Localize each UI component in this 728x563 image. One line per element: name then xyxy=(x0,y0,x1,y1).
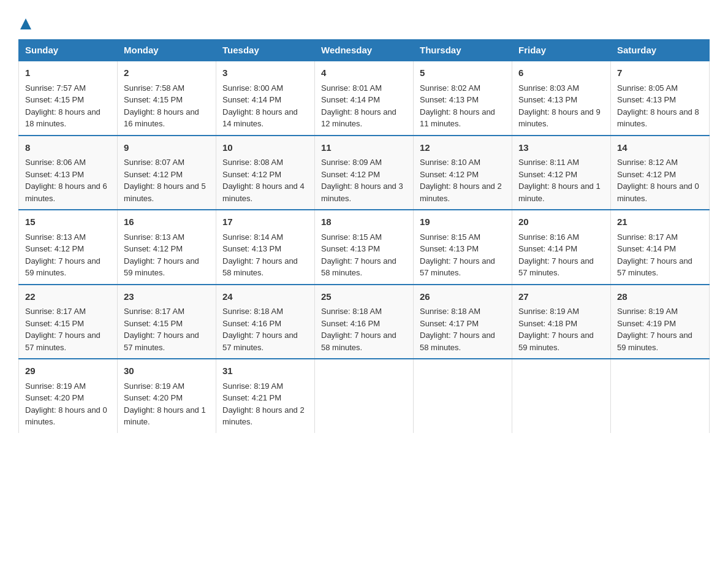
day-number: 12 xyxy=(420,141,506,155)
day-info: Sunrise: 8:15 AMSunset: 4:13 PMDaylight:… xyxy=(321,231,407,279)
day-number: 25 xyxy=(321,290,407,304)
day-number: 23 xyxy=(124,290,210,304)
calendar-cell: 18Sunrise: 8:15 AMSunset: 4:13 PMDayligh… xyxy=(315,210,414,285)
calendar-cell: 19Sunrise: 8:15 AMSunset: 4:13 PMDayligh… xyxy=(414,210,512,285)
day-info: Sunrise: 8:19 AMSunset: 4:21 PMDaylight:… xyxy=(222,380,308,428)
calendar-cell xyxy=(611,359,710,433)
logo-triangle-icon xyxy=(20,18,31,29)
day-number: 31 xyxy=(222,364,308,378)
calendar-cell: 20Sunrise: 8:16 AMSunset: 4:14 PMDayligh… xyxy=(512,210,611,285)
col-header-tuesday: Tuesday xyxy=(216,40,315,61)
day-number: 5 xyxy=(420,66,506,80)
day-info: Sunrise: 8:19 AMSunset: 4:20 PMDaylight:… xyxy=(124,380,210,428)
day-info: Sunrise: 8:01 AMSunset: 4:14 PMDaylight:… xyxy=(321,82,407,130)
day-number: 17 xyxy=(222,215,308,229)
day-number: 15 xyxy=(25,215,111,229)
day-info: Sunrise: 8:06 AMSunset: 4:13 PMDaylight:… xyxy=(25,156,111,204)
day-number: 16 xyxy=(124,215,210,229)
svg-marker-0 xyxy=(20,18,31,29)
calendar-week-row: 8Sunrise: 8:06 AMSunset: 4:13 PMDaylight… xyxy=(19,136,710,210)
day-info: Sunrise: 8:05 AMSunset: 4:13 PMDaylight:… xyxy=(617,82,703,130)
day-info: Sunrise: 8:17 AMSunset: 4:15 PMDaylight:… xyxy=(124,305,210,353)
calendar-cell xyxy=(512,359,611,433)
col-header-wednesday: Wednesday xyxy=(315,40,414,61)
calendar-cell xyxy=(315,359,414,433)
day-info: Sunrise: 8:19 AMSunset: 4:18 PMDaylight:… xyxy=(518,305,604,353)
calendar-cell: 27Sunrise: 8:19 AMSunset: 4:18 PMDayligh… xyxy=(512,285,611,359)
calendar-cell: 28Sunrise: 8:19 AMSunset: 4:19 PMDayligh… xyxy=(611,285,710,359)
calendar-cell: 6Sunrise: 8:03 AMSunset: 4:13 PMDaylight… xyxy=(512,61,611,136)
day-info: Sunrise: 8:19 AMSunset: 4:20 PMDaylight:… xyxy=(25,380,111,428)
day-info: Sunrise: 8:18 AMSunset: 4:16 PMDaylight:… xyxy=(222,305,308,353)
calendar-cell: 25Sunrise: 8:18 AMSunset: 4:16 PMDayligh… xyxy=(315,285,414,359)
col-header-thursday: Thursday xyxy=(414,40,512,61)
day-info: Sunrise: 8:18 AMSunset: 4:17 PMDaylight:… xyxy=(420,305,506,353)
calendar-cell xyxy=(414,359,512,433)
day-number: 11 xyxy=(321,141,407,155)
day-info: Sunrise: 8:09 AMSunset: 4:12 PMDaylight:… xyxy=(321,156,407,204)
day-info: Sunrise: 8:03 AMSunset: 4:13 PMDaylight:… xyxy=(518,82,604,130)
day-info: Sunrise: 8:19 AMSunset: 4:19 PMDaylight:… xyxy=(617,305,703,353)
day-number: 19 xyxy=(420,215,506,229)
calendar-cell: 2Sunrise: 7:58 AMSunset: 4:15 PMDaylight… xyxy=(118,61,216,136)
calendar-cell: 1Sunrise: 7:57 AMSunset: 4:15 PMDaylight… xyxy=(19,61,118,136)
col-header-saturday: Saturday xyxy=(611,40,710,61)
day-info: Sunrise: 8:13 AMSunset: 4:12 PMDaylight:… xyxy=(124,231,210,279)
day-number: 10 xyxy=(222,141,308,155)
day-number: 30 xyxy=(124,364,210,378)
logo xyxy=(18,18,31,29)
day-info: Sunrise: 7:57 AMSunset: 4:15 PMDaylight:… xyxy=(25,82,111,130)
calendar-week-row: 22Sunrise: 8:17 AMSunset: 4:15 PMDayligh… xyxy=(19,285,710,359)
day-info: Sunrise: 7:58 AMSunset: 4:15 PMDaylight:… xyxy=(124,82,210,130)
calendar-cell: 11Sunrise: 8:09 AMSunset: 4:12 PMDayligh… xyxy=(315,136,414,210)
day-number: 26 xyxy=(420,290,506,304)
col-header-monday: Monday xyxy=(118,40,216,61)
day-number: 9 xyxy=(124,141,210,155)
calendar-cell: 31Sunrise: 8:19 AMSunset: 4:21 PMDayligh… xyxy=(216,359,315,433)
day-number: 8 xyxy=(25,141,111,155)
calendar-cell: 24Sunrise: 8:18 AMSunset: 4:16 PMDayligh… xyxy=(216,285,315,359)
calendar-cell: 21Sunrise: 8:17 AMSunset: 4:14 PMDayligh… xyxy=(611,210,710,285)
day-info: Sunrise: 8:11 AMSunset: 4:12 PMDaylight:… xyxy=(518,156,604,204)
calendar-week-row: 29Sunrise: 8:19 AMSunset: 4:20 PMDayligh… xyxy=(19,359,710,433)
day-number: 18 xyxy=(321,215,407,229)
col-header-friday: Friday xyxy=(512,40,611,61)
day-number: 29 xyxy=(25,364,111,378)
day-number: 14 xyxy=(617,141,703,155)
day-info: Sunrise: 8:10 AMSunset: 4:12 PMDaylight:… xyxy=(420,156,506,204)
day-info: Sunrise: 8:07 AMSunset: 4:12 PMDaylight:… xyxy=(124,156,210,204)
calendar-cell: 26Sunrise: 8:18 AMSunset: 4:17 PMDayligh… xyxy=(414,285,512,359)
day-number: 22 xyxy=(25,290,111,304)
calendar-week-row: 15Sunrise: 8:13 AMSunset: 4:12 PMDayligh… xyxy=(19,210,710,285)
day-info: Sunrise: 8:14 AMSunset: 4:13 PMDaylight:… xyxy=(222,231,308,279)
calendar-cell: 13Sunrise: 8:11 AMSunset: 4:12 PMDayligh… xyxy=(512,136,611,210)
calendar-cell: 16Sunrise: 8:13 AMSunset: 4:12 PMDayligh… xyxy=(118,210,216,285)
day-info: Sunrise: 8:16 AMSunset: 4:14 PMDaylight:… xyxy=(518,231,604,279)
day-info: Sunrise: 8:18 AMSunset: 4:16 PMDaylight:… xyxy=(321,305,407,353)
day-number: 27 xyxy=(518,290,604,304)
page-header xyxy=(18,12,710,29)
day-number: 24 xyxy=(222,290,308,304)
calendar-cell: 12Sunrise: 8:10 AMSunset: 4:12 PMDayligh… xyxy=(414,136,512,210)
calendar-cell: 14Sunrise: 8:12 AMSunset: 4:12 PMDayligh… xyxy=(611,136,710,210)
day-number: 6 xyxy=(518,66,604,80)
calendar-cell: 5Sunrise: 8:02 AMSunset: 4:13 PMDaylight… xyxy=(414,61,512,136)
day-number: 2 xyxy=(124,66,210,80)
calendar-cell: 8Sunrise: 8:06 AMSunset: 4:13 PMDaylight… xyxy=(19,136,118,210)
calendar-cell: 10Sunrise: 8:08 AMSunset: 4:12 PMDayligh… xyxy=(216,136,315,210)
day-number: 7 xyxy=(617,66,703,80)
calendar-cell: 17Sunrise: 8:14 AMSunset: 4:13 PMDayligh… xyxy=(216,210,315,285)
day-number: 20 xyxy=(518,215,604,229)
day-number: 3 xyxy=(222,66,308,80)
day-info: Sunrise: 8:13 AMSunset: 4:12 PMDaylight:… xyxy=(25,231,111,279)
day-info: Sunrise: 8:00 AMSunset: 4:14 PMDaylight:… xyxy=(222,82,308,130)
day-info: Sunrise: 8:02 AMSunset: 4:13 PMDaylight:… xyxy=(420,82,506,130)
day-info: Sunrise: 8:17 AMSunset: 4:15 PMDaylight:… xyxy=(25,305,111,353)
calendar-cell: 23Sunrise: 8:17 AMSunset: 4:15 PMDayligh… xyxy=(118,285,216,359)
day-info: Sunrise: 8:17 AMSunset: 4:14 PMDaylight:… xyxy=(617,231,703,279)
calendar-header-row: SundayMondayTuesdayWednesdayThursdayFrid… xyxy=(19,40,710,61)
day-number: 13 xyxy=(518,141,604,155)
day-number: 21 xyxy=(617,215,703,229)
calendar-cell: 29Sunrise: 8:19 AMSunset: 4:20 PMDayligh… xyxy=(19,359,118,433)
day-number: 4 xyxy=(321,66,407,80)
